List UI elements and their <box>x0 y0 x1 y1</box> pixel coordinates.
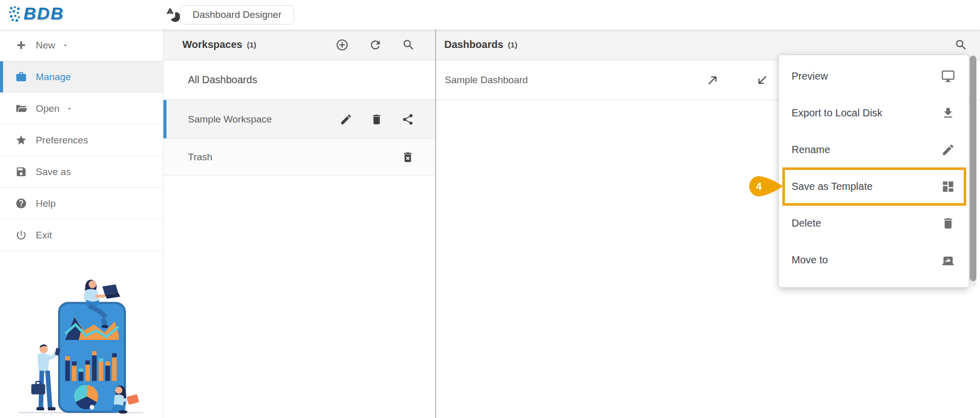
open-in-current-tab-icon[interactable] <box>756 73 769 86</box>
menu-item-label: Export to Local Disk <box>792 107 882 119</box>
sidebar-item-save-as[interactable]: Save as <box>0 156 163 188</box>
step-number: 4 <box>756 181 762 192</box>
sidebar-item-label: Open <box>36 103 59 114</box>
edit-workspace-icon[interactable] <box>340 113 352 126</box>
menu-item-label: Move to <box>792 254 828 266</box>
app-title: Dashboard Designer <box>193 9 281 20</box>
dashboard-designer-icon <box>164 6 182 23</box>
briefcase-icon <box>15 71 27 83</box>
panel-divider <box>435 30 436 418</box>
workspace-item-label: Trash <box>188 152 212 163</box>
sidebar: New Manage Open Preferenc <box>0 30 163 418</box>
sidebar-item-label: Exit <box>36 230 52 241</box>
delete-workspace-icon[interactable] <box>370 113 383 126</box>
save-icon <box>15 166 27 178</box>
open-in-new-tab-icon[interactable] <box>706 73 719 86</box>
monitor-icon <box>941 69 955 83</box>
star-icon <box>15 134 27 146</box>
trash-icon <box>941 216 955 230</box>
menu-item-label: Preview <box>792 70 828 82</box>
power-icon <box>15 229 27 241</box>
dashboard-context-menu: Preview Export to Local Disk Rename Save… <box>779 55 969 287</box>
bdb-logo[interactable]: BDB <box>8 4 64 23</box>
workspace-item-trash[interactable]: Trash <box>163 139 435 176</box>
sidebar-item-exit[interactable]: Exit <box>0 219 163 251</box>
menu-item-label: Delete <box>792 217 821 229</box>
workspace-item-all-dashboards[interactable]: All Dashboards <box>163 60 435 100</box>
workspaces-header: Workspaces (1) <box>163 30 435 60</box>
menu-item-preview[interactable]: Preview <box>779 58 969 94</box>
workspaces-title: Workspaces <box>182 39 242 51</box>
empty-trash-icon[interactable] <box>401 151 414 163</box>
menu-item-label: Save as Template <box>792 181 873 192</box>
logo-dots-icon <box>8 5 21 22</box>
pencil-icon <box>941 143 955 157</box>
sidebar-item-label: Help <box>36 198 56 209</box>
refresh-icon[interactable] <box>369 38 382 52</box>
sidebar-item-label: Manage <box>36 71 71 83</box>
chevron-down-icon <box>66 105 73 112</box>
sidebar-item-label: New <box>36 40 55 51</box>
sidebar-item-preferences[interactable]: Preferences <box>0 125 163 156</box>
analytics-illustration <box>12 273 149 417</box>
sidebar-item-manage[interactable]: Manage <box>0 61 163 93</box>
dashboards-title: Dashboards <box>444 39 504 51</box>
sidebar-item-new[interactable]: New <box>0 30 163 61</box>
menu-item-label: Rename <box>792 144 830 156</box>
search-icon[interactable] <box>954 38 968 52</box>
plus-icon <box>15 39 27 51</box>
workspace-item-label: All Dashboards <box>188 74 257 86</box>
logo-text: BDB <box>23 4 64 23</box>
menu-item-save-as-template[interactable]: Save as Template <box>779 168 969 205</box>
folder-open-icon <box>15 103 27 114</box>
workspaces-count: (1) <box>247 40 256 49</box>
sidebar-item-open[interactable]: Open <box>0 93 163 125</box>
top-bar: BDB Dashboard Designer <box>0 0 980 30</box>
workspaces-panel: Workspaces (1) All Dashboards Sample Wor… <box>163 30 435 418</box>
chevron-down-icon <box>62 42 69 49</box>
dashboard-item-label: Sample Dashboard <box>445 75 528 86</box>
scrollbar-thumb[interactable] <box>970 56 976 281</box>
dashboard-designer-app: BDB Dashboard Designer New Manage <box>0 0 980 418</box>
move-to-icon <box>941 253 955 267</box>
search-icon[interactable] <box>402 38 415 52</box>
menu-item-export-to-local-disk[interactable]: Export to Local Disk <box>779 94 969 131</box>
sidebar-item-label: Preferences <box>36 135 88 146</box>
help-icon <box>15 198 27 209</box>
share-workspace-icon[interactable] <box>401 113 414 126</box>
sidebar-item-help[interactable]: Help <box>0 188 163 219</box>
sidebar-item-label: Save as <box>36 166 71 178</box>
menu-item-delete[interactable]: Delete <box>779 205 969 241</box>
workspace-item-sample-workspace[interactable]: Sample Workspace <box>163 100 435 139</box>
app-title-pill[interactable]: Dashboard Designer <box>180 5 294 24</box>
dashboard-grid-icon <box>941 180 955 193</box>
download-icon <box>941 106 955 120</box>
menu-item-move-to[interactable]: Move to <box>779 241 969 278</box>
add-workspace-icon[interactable] <box>336 38 349 52</box>
step-4-badge: 4 <box>749 176 783 197</box>
menu-item-rename[interactable]: Rename <box>779 131 969 168</box>
dashboards-count: (1) <box>508 40 517 49</box>
workspace-item-label: Sample Workspace <box>188 114 272 125</box>
